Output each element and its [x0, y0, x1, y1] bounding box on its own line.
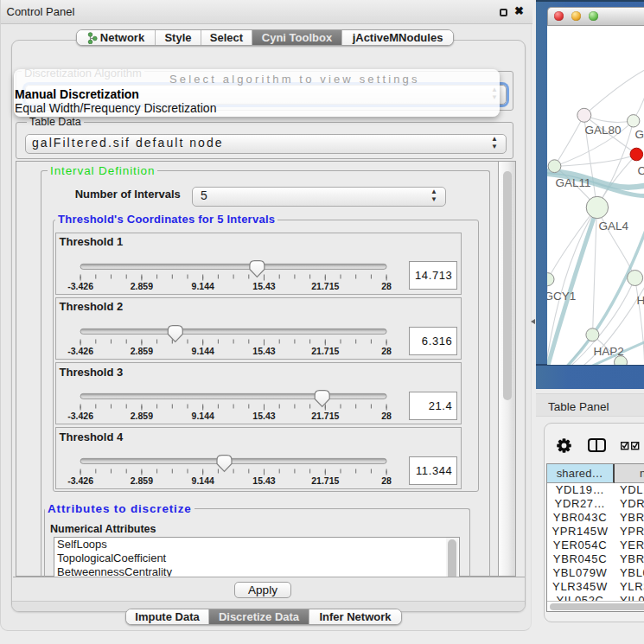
- svg-text:2.859: 2.859: [131, 346, 153, 356]
- svg-text:2.859: 2.859: [131, 411, 153, 421]
- svg-text:-3.426: -3.426: [67, 475, 93, 486]
- svg-text:GA: GA: [634, 127, 644, 140]
- svg-text:-3.426: -3.426: [67, 281, 93, 291]
- svg-text:21.715: 21.715: [311, 475, 339, 486]
- svg-text:GCY1: GCY1: [547, 289, 576, 302]
- svg-text:21.715: 21.715: [311, 346, 339, 356]
- svg-text:28: 28: [381, 346, 392, 356]
- svg-text:GAL4: GAL4: [598, 219, 628, 232]
- svg-text:21.715: 21.715: [311, 411, 339, 421]
- svg-text:9.144: 9.144: [192, 346, 214, 356]
- svg-text:HAP2: HAP2: [593, 344, 623, 357]
- svg-text:21.715: 21.715: [311, 281, 339, 291]
- svg-text:-3.426: -3.426: [67, 411, 93, 421]
- svg-text:28: 28: [381, 411, 392, 421]
- svg-text:H: H: [636, 293, 644, 306]
- svg-text:C: C: [637, 163, 644, 176]
- svg-text:9.144: 9.144: [192, 475, 214, 486]
- svg-text:15.43: 15.43: [252, 281, 275, 291]
- svg-text:28: 28: [381, 475, 392, 486]
- svg-text:15.43: 15.43: [252, 475, 275, 486]
- svg-text:9.144: 9.144: [192, 411, 214, 421]
- svg-text:2.859: 2.859: [131, 475, 153, 486]
- svg-text:-3.426: -3.426: [67, 346, 93, 356]
- svg-text:GAL11: GAL11: [555, 176, 590, 189]
- svg-text:28: 28: [381, 281, 392, 291]
- svg-text:GAL80: GAL80: [584, 123, 621, 136]
- svg-text:2.859: 2.859: [131, 281, 153, 291]
- svg-text:15.43: 15.43: [252, 346, 275, 356]
- svg-text:15.43: 15.43: [252, 411, 275, 421]
- svg-text:9.144: 9.144: [192, 281, 214, 291]
